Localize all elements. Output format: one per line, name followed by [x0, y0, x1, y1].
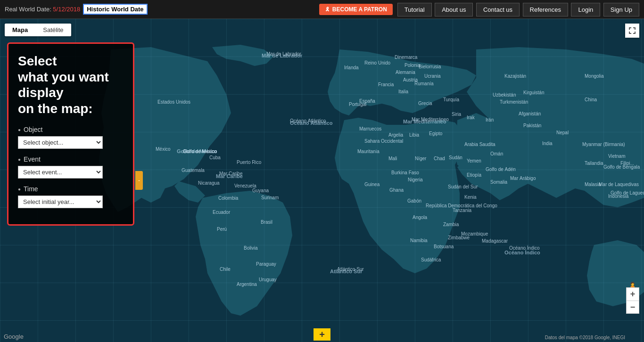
fullscreen-button[interactable]	[625, 24, 639, 38]
event-select[interactable]: Select event...	[18, 166, 103, 179]
zoom-controls: + −	[626, 287, 639, 314]
collapse-arrow[interactable]: -	[135, 171, 143, 190]
title-line1: Select	[18, 54, 57, 68]
title-line2: what you want	[18, 70, 109, 84]
event-label: Event	[18, 155, 124, 163]
header-nav: Tutorial About us Contact us References …	[396, 5, 639, 14]
mapa-tab[interactable]: Mapa	[5, 24, 35, 36]
map-attribution: Datos del mapa ©2018 Google, INEGI	[545, 335, 625, 340]
title-line4: on the map:	[18, 101, 93, 116]
sidebar-panel: Select what you want display on the map:…	[7, 42, 134, 226]
map-type-control: Mapa Satélite	[5, 24, 71, 36]
object-option-group: Object Select object...	[18, 126, 124, 149]
event-option-group: Event Select event...	[18, 155, 124, 179]
references-link[interactable]: References	[523, 3, 568, 16]
signup-button[interactable]: Sign Up	[603, 3, 639, 16]
contact-us-link[interactable]: Contact us	[476, 3, 520, 16]
login-button[interactable]: Login	[571, 3, 600, 16]
title-line3: display	[18, 85, 63, 100]
time-label: Time	[18, 185, 124, 193]
zoom-in-button[interactable]: +	[626, 287, 639, 301]
initial-year-select[interactable]: Select initial year...	[18, 195, 103, 208]
historic-world-date-badge: Historic World Date	[83, 4, 147, 15]
tutorial-link[interactable]: Tutorial	[397, 3, 432, 16]
zoom-out-button[interactable]: −	[626, 301, 639, 314]
google-logo: Google	[4, 333, 24, 340]
real-world-date-label: Real World Date: 5/12/2018	[5, 6, 80, 13]
map-container[interactable]: Mapa Satélite Select what you want displ…	[0, 19, 644, 342]
object-label: Object	[18, 126, 124, 133]
header: Real World Date: 5/12/2018 Historic Worl…	[0, 0, 644, 19]
panel-title: Select what you want display on the map:	[18, 53, 124, 116]
satelite-tab[interactable]: Satélite	[35, 24, 71, 36]
real-world-date-value: 5/12/2018	[53, 6, 80, 13]
about-us-link[interactable]: About us	[435, 3, 473, 16]
become-patron-button[interactable]: BECOME A PATRON	[319, 4, 393, 15]
add-button[interactable]: +	[314, 328, 330, 341]
time-option-group: Time Select initial year...	[18, 185, 124, 208]
object-select[interactable]: Select object...	[18, 136, 103, 149]
